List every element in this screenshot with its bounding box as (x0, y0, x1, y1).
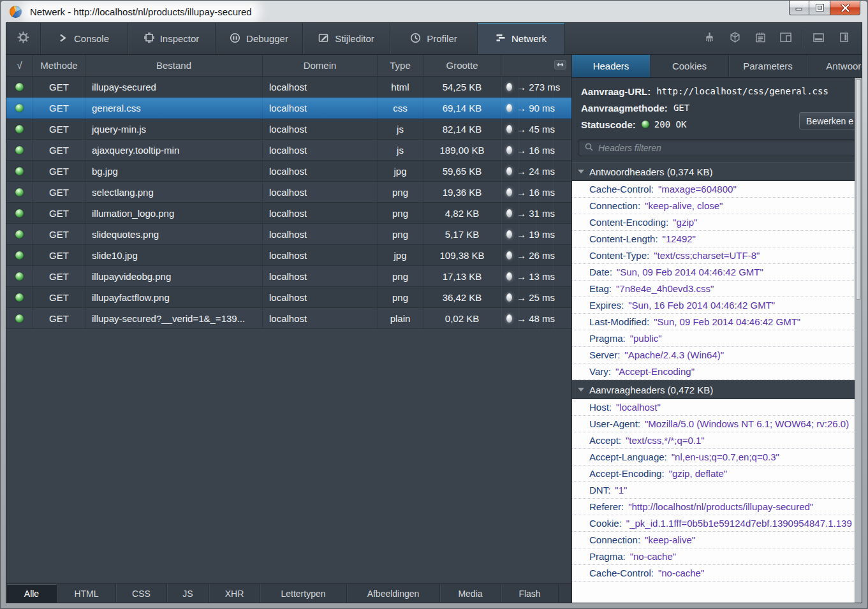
header-value: "Apache/2.4.3 (Win64)" (624, 349, 724, 360)
filter-flash[interactable]: Flash (501, 584, 559, 603)
header-row[interactable]: Cache-Control:"no-cache" (572, 565, 862, 582)
tool-tab-styleeditor[interactable]: Stijleditor (303, 23, 390, 54)
response-headers-title: Antwoordheaders (0,374 KB) (589, 166, 712, 177)
header-row[interactable]: Accept:"text/css,*/*;q=0.1" (572, 432, 862, 449)
header-row[interactable]: Date:"Sun, 09 Feb 2014 04:46:42 GMT" (572, 264, 862, 281)
column-header-size[interactable]: Grootte (423, 55, 501, 76)
table-row[interactable]: GETillupayfactflow.pnglocalhostpng36,42 … (6, 287, 571, 308)
type-cell: png (378, 287, 423, 307)
filter-afbeeldingen[interactable]: Afbeeldingen (347, 584, 440, 603)
header-row[interactable]: Expires:"Sun, 16 Feb 2014 04:46:42 GMT" (572, 297, 862, 314)
header-row[interactable]: DNT:"1" (572, 482, 862, 499)
network-table-pane: √MethodeBestandDomeinTypeGrootte GETillu… (6, 55, 572, 603)
close-button[interactable] (830, 1, 860, 15)
header-row[interactable]: Pragma:"no-cache" (572, 548, 862, 565)
table-row[interactable]: GETillupay-secured?__verid=1&_=139...loc… (6, 308, 571, 329)
header-row[interactable]: Last-Modified:"Sun, 09 Feb 2014 04:46:42… (572, 314, 862, 330)
header-row[interactable]: Content-Encoding:"gzip" (572, 214, 862, 231)
filter-xhr[interactable]: XHR (209, 584, 260, 603)
profiler-icon (410, 33, 421, 45)
application-window: Netwerk - http://localhost/nl/products/i… (0, 0, 868, 609)
header-row[interactable]: Content-Length:"12492" (572, 231, 862, 247)
header-row[interactable]: Cache-Control:"maxage=604800" (572, 181, 862, 198)
scrollbar-thumb[interactable] (856, 79, 861, 300)
tool-tab-console[interactable]: Console (41, 23, 128, 54)
column-header-timeline[interactable] (501, 55, 571, 76)
column-header-label: Bestand (156, 60, 191, 71)
devtools-toolbar: ConsoleInspectorDebuggerStijleditorProfi… (6, 23, 862, 55)
header-row[interactable]: Cookie:"_pk_id.1.1fff=0b5b1e59124d7ebf.1… (572, 515, 862, 532)
header-row[interactable]: Etag:"7n8e4e_4h0evd3.css" (572, 281, 862, 297)
filter-css[interactable]: CSS (116, 584, 167, 603)
column-header-type[interactable]: Type (378, 55, 423, 76)
minimize-button[interactable] (789, 1, 809, 15)
paint-flashing-button[interactable] (696, 28, 722, 50)
header-row[interactable]: Content-Type:"text/css;charset=UTF-8" (572, 247, 862, 264)
table-row[interactable]: GETajaxquery.tooltip-minlocalhostjs189,0… (6, 140, 571, 161)
header-row[interactable]: Accept-Encoding:"gzip, deflate" (572, 466, 862, 482)
details-tab-antwoord[interactable]: Antwoord (807, 55, 862, 77)
column-header-domain[interactable]: Domein (263, 55, 378, 76)
scratchpad-button[interactable] (747, 28, 773, 50)
status-cell (6, 245, 33, 265)
dock-bottom-icon (813, 33, 824, 45)
tool-tab-debugger[interactable]: Debugger (216, 23, 303, 54)
method-cell: GET (33, 245, 85, 265)
filter-alle[interactable]: Alle (6, 584, 57, 603)
table-row[interactable]: GETgeneral.csslocalhostcss69,14 KB→ 90 m… (6, 98, 571, 119)
column-header-file[interactable]: Bestand (85, 55, 263, 76)
filter-lettertypen[interactable]: Lettertypen (260, 584, 347, 603)
maximize-button[interactable] (809, 1, 830, 15)
header-row[interactable]: Pragma:"public" (572, 330, 862, 347)
column-header-method[interactable]: Methode (33, 55, 85, 76)
table-row[interactable]: GETillupay-securedlocalhosthtml54,25 KB→… (6, 77, 571, 98)
details-tab-parameters[interactable]: Parameters (729, 55, 807, 77)
tool-tab-label: Profiler (427, 33, 457, 44)
status-ok-icon (642, 121, 649, 128)
column-header-status[interactable]: √ (6, 55, 33, 76)
table-row[interactable]: GETslidequotes.pnglocalhostpng5,17 KB→ 1… (6, 224, 571, 245)
header-row[interactable]: Vary:"Accept-Encoding" (572, 363, 862, 380)
header-row[interactable]: Connection:"keep-alive, close" (572, 198, 862, 214)
request-headers-section[interactable]: Aanvraagheaders (0,472 KB) (572, 380, 862, 399)
details-tab-headers[interactable]: Headers (572, 55, 651, 77)
timeline-toggle-icon[interactable] (554, 60, 566, 71)
header-row[interactable]: User-Agent:"Mozilla/5.0 (Windows NT 6.1;… (572, 416, 862, 432)
table-row[interactable]: GETillupayvideobg.pnglocalhostpng17,13 K… (6, 266, 571, 287)
header-row[interactable]: Referer:"http://localhost/nl/products/il… (572, 499, 862, 515)
3d-view-button[interactable] (722, 28, 747, 50)
table-row[interactable]: GETillumation_logo.pnglocalhostpng4,82 K… (6, 203, 571, 224)
headers-filter-input[interactable]: Headers filteren (578, 139, 856, 156)
filter-html[interactable]: HTML (57, 584, 116, 603)
settings-button[interactable] (6, 23, 41, 54)
domain-cell: localhost (263, 308, 378, 328)
header-value: "gzip, deflate" (669, 468, 728, 479)
dock-bottom-button[interactable] (805, 28, 831, 50)
timing-dot-icon (506, 125, 512, 133)
titlebar[interactable]: Netwerk - http://localhost/nl/products/i… (1, 1, 867, 22)
table-row[interactable]: GETjquery-min.jslocalhostjs82,14 KB→ 45 … (6, 119, 571, 140)
table-row[interactable]: GETslide10.jpglocalhostjpg109,38 KB→ 26 … (6, 245, 571, 266)
header-row[interactable]: Server:"Apache/2.4.3 (Win64)" (572, 347, 862, 363)
table-row[interactable]: GETbg.jpglocalhostjpg59,65 KB→ 24 ms (6, 161, 571, 182)
table-row[interactable]: GETselectlang.pnglocalhostpng19,36 KB→ 1… (6, 182, 571, 203)
dock-sidebar-button[interactable] (831, 28, 857, 50)
filter-media[interactable]: Media (440, 584, 501, 603)
details-tab-cookies[interactable]: Cookies (651, 55, 729, 77)
status-ok-icon (15, 314, 24, 323)
header-row[interactable]: Host:"localhost" (572, 399, 862, 416)
header-name: Accept-Encoding: (589, 468, 665, 479)
type-cell: js (378, 119, 423, 139)
tool-tab-inspector[interactable]: Inspector (128, 23, 216, 54)
dock-sidebar-icon (840, 33, 848, 45)
header-row[interactable]: Connection:"keep-alive" (572, 532, 862, 548)
domain-cell: localhost (263, 224, 378, 244)
edit-resend-button[interactable]: Bewerken e (799, 112, 860, 129)
responsive-mode-button[interactable] (773, 28, 798, 50)
tool-tab-network[interactable]: Netwerk (478, 23, 565, 54)
filter-js[interactable]: JS (167, 584, 209, 603)
details-scrollbar[interactable] (855, 78, 862, 603)
tool-tab-profiler[interactable]: Profiler (390, 23, 478, 54)
header-row[interactable]: Accept-Language:"nl,en-us;q=0.7,en;q=0.3… (572, 449, 862, 466)
response-headers-section[interactable]: Antwoordheaders (0,374 KB) (572, 162, 862, 181)
